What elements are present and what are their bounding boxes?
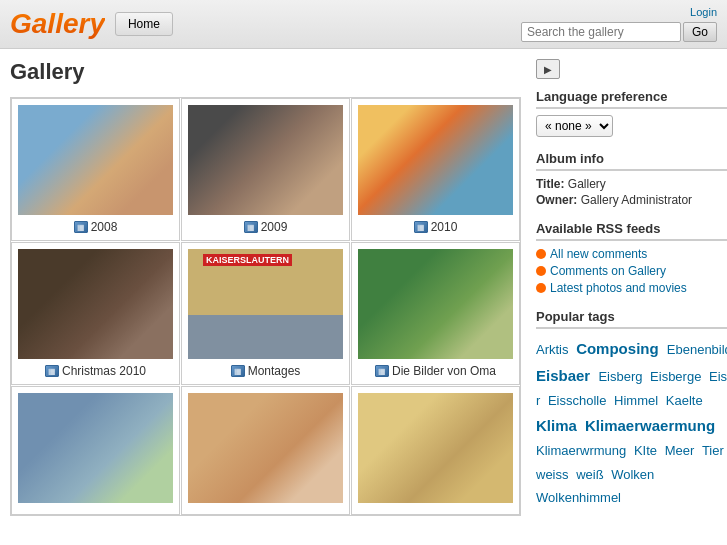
login-link[interactable]: Login bbox=[690, 6, 717, 18]
tag-klima[interactable]: Klima bbox=[536, 417, 581, 434]
tag-kaelte[interactable]: Kaelte bbox=[666, 393, 703, 408]
language-select[interactable]: « none » bbox=[536, 115, 613, 137]
gallery-item-table[interactable] bbox=[351, 386, 520, 515]
tag-wolken[interactable]: Wolken bbox=[611, 467, 654, 482]
thumb-2008 bbox=[18, 105, 173, 215]
home-button[interactable]: Home bbox=[115, 12, 173, 36]
gallery-item-christmas[interactable]: ▦ Christmas 2010 bbox=[11, 242, 180, 385]
album-title-line: Title: Gallery bbox=[536, 177, 727, 191]
tags-section-title: Popular tags bbox=[536, 309, 727, 329]
rss-link-photos[interactable]: Latest photos and movies bbox=[536, 281, 727, 295]
logo[interactable]: Gallery bbox=[10, 8, 105, 40]
thumb-2010 bbox=[358, 105, 513, 215]
gallery-label-2010: ▦ 2010 bbox=[414, 220, 458, 234]
thumb-montages: KAISERSLAUTERN bbox=[188, 249, 343, 359]
album-info-section: Album info Title: Gallery Owner: Gallery… bbox=[536, 151, 727, 207]
rss-label-1: All new comments bbox=[550, 247, 647, 261]
tag-eisberge[interactable]: Eisberge bbox=[650, 369, 705, 384]
language-section: Language preference « none » bbox=[536, 89, 727, 137]
thumb-christmas bbox=[18, 249, 173, 359]
rss-section-title: Available RSS feeds bbox=[536, 221, 727, 241]
main: Gallery ▦ 2008 ▦ 2009 ▦ bbox=[0, 49, 727, 534]
tag-wolkenhimmel[interactable]: Wolkenhimmel bbox=[536, 490, 621, 505]
tag-composing[interactable]: Composing bbox=[576, 340, 663, 357]
thumb-face bbox=[188, 393, 343, 503]
tag-kite[interactable]: KIte bbox=[634, 443, 661, 458]
rss-icon bbox=[536, 266, 546, 276]
album-owner-label: Owner: bbox=[536, 193, 577, 207]
gallery-item-2009[interactable]: ▦ 2009 bbox=[181, 98, 350, 241]
rss-section: Available RSS feeds All new comments Com… bbox=[536, 221, 727, 295]
tag-himmel[interactable]: Himmel bbox=[614, 393, 662, 408]
play-button[interactable]: ▶ bbox=[536, 59, 560, 79]
search-button[interactable]: Go bbox=[683, 22, 717, 42]
content: Gallery ▦ 2008 ▦ 2009 ▦ bbox=[10, 59, 521, 524]
tag-meer[interactable]: Meer bbox=[665, 443, 698, 458]
rss-link-comments[interactable]: All new comments bbox=[536, 247, 727, 261]
gallery-label-christmas: ▦ Christmas 2010 bbox=[45, 364, 146, 378]
gallery-grid: ▦ 2008 ▦ 2009 ▦ 2010 bbox=[10, 97, 521, 516]
header-left: Gallery Home bbox=[10, 8, 173, 40]
sidebar: ▶ Language preference « none » Album inf… bbox=[536, 59, 727, 524]
album-icon: ▦ bbox=[74, 221, 88, 233]
tag-eisberg[interactable]: Eisberg bbox=[598, 369, 646, 384]
album-title-label: Title: bbox=[536, 177, 564, 191]
gallery-item-2008[interactable]: ▦ 2008 bbox=[11, 98, 180, 241]
album-title-value: Gallery bbox=[568, 177, 606, 191]
tag-arktis[interactable]: Arktis bbox=[536, 342, 572, 357]
thumb-oma bbox=[358, 249, 513, 359]
tag-ebenenbild[interactable]: Ebenenbild bbox=[667, 342, 727, 357]
tag-eisbaer[interactable]: Eisbaer bbox=[536, 367, 594, 384]
gallery-label-montages: ▦ Montages bbox=[231, 364, 301, 378]
rss-icon bbox=[536, 283, 546, 293]
album-info-title: Album info bbox=[536, 151, 727, 171]
search-form: Go bbox=[521, 22, 717, 42]
gallery-label-oma: ▦ Die Bilder von Oma bbox=[375, 364, 496, 378]
tag-klimaerwrmung[interactable]: Klimaerwrmung bbox=[536, 443, 630, 458]
slideshow-section: ▶ bbox=[536, 59, 727, 79]
tags-container: Arktis Composing Ebenenbild Eisbaer Eisb… bbox=[536, 335, 727, 510]
tag-eisscholle[interactable]: Eisscholle bbox=[548, 393, 610, 408]
album-owner-value: Gallery Administrator bbox=[581, 193, 692, 207]
gallery-item-church[interactable] bbox=[11, 386, 180, 515]
album-icon: ▦ bbox=[45, 365, 59, 377]
gallery-label-2008: ▦ 2008 bbox=[74, 220, 118, 234]
search-input[interactable] bbox=[521, 22, 681, 42]
rss-label-2: Comments on Gallery bbox=[550, 264, 666, 278]
tag-weiß[interactable]: weiß bbox=[576, 467, 607, 482]
rss-icon bbox=[536, 249, 546, 259]
album-icon: ▦ bbox=[375, 365, 389, 377]
gallery-label-2009: ▦ 2009 bbox=[244, 220, 288, 234]
rss-label-3: Latest photos and movies bbox=[550, 281, 687, 295]
header-right: Login Go bbox=[521, 6, 717, 42]
thumb-church bbox=[18, 393, 173, 503]
tag-weiss[interactable]: weiss bbox=[536, 467, 572, 482]
gallery-item-montages[interactable]: KAISERSLAUTERN ▦ Montages bbox=[181, 242, 350, 385]
gallery-item-2010[interactable]: ▦ 2010 bbox=[351, 98, 520, 241]
gallery-item-face[interactable] bbox=[181, 386, 350, 515]
tag-klimaerwaermung[interactable]: Klimaerwaermung bbox=[585, 417, 715, 434]
album-icon: ▦ bbox=[231, 365, 245, 377]
rss-link-gallery[interactable]: Comments on Gallery bbox=[536, 264, 727, 278]
thumb-table bbox=[358, 393, 513, 503]
header: Gallery Home Login Go bbox=[0, 0, 727, 49]
tag-tier[interactable]: Tier bbox=[702, 443, 724, 458]
album-icon: ▦ bbox=[414, 221, 428, 233]
album-owner-line: Owner: Gallery Administrator bbox=[536, 193, 727, 207]
language-section-title: Language preference bbox=[536, 89, 727, 109]
gallery-item-oma[interactable]: ▦ Die Bilder von Oma bbox=[351, 242, 520, 385]
thumb-2009 bbox=[188, 105, 343, 215]
page-title: Gallery bbox=[10, 59, 521, 85]
album-icon: ▦ bbox=[244, 221, 258, 233]
tags-section: Popular tags Arktis Composing Ebenenbild… bbox=[536, 309, 727, 510]
